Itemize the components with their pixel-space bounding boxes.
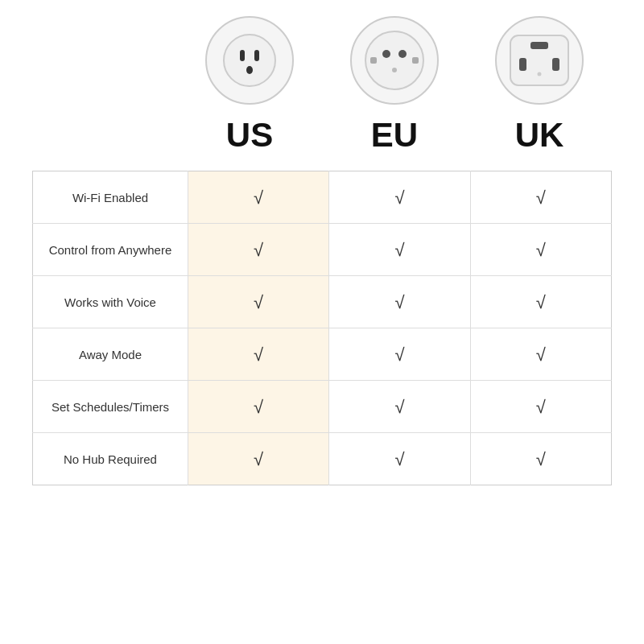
eu-check: √ (329, 433, 470, 485)
uk-plug-image (495, 16, 584, 105)
table-row: Control from Anywhere√√√ (33, 224, 612, 276)
checkmark-icon: √ (254, 292, 263, 312)
comparison-table: Wi-Fi Enabled√√√Control from Anywhere√√√… (32, 171, 612, 485)
uk-check: √ (470, 276, 611, 328)
us-label: US (226, 116, 273, 155)
checkmark-icon: √ (394, 345, 404, 365)
us-check: √ (188, 224, 328, 276)
svg-rect-1 (240, 50, 245, 61)
svg-rect-8 (412, 57, 419, 64)
feature-name: No Hub Required (33, 433, 188, 485)
us-check: √ (188, 433, 328, 485)
uk-plug-column: UK (467, 16, 612, 163)
eu-check: √ (329, 171, 470, 224)
us-check: √ (188, 171, 328, 224)
checkmark-icon: √ (536, 188, 546, 208)
checkmark-icon: √ (394, 240, 404, 260)
svg-rect-12 (519, 58, 526, 71)
us-plug-image (205, 16, 294, 105)
feature-name: Works with Voice (33, 276, 188, 328)
checkmark-icon: √ (254, 397, 263, 417)
uk-label: UK (515, 116, 564, 155)
feature-name: Set Schedules/Timers (33, 381, 188, 433)
svg-point-5 (382, 50, 390, 58)
feature-name: Control from Anywhere (33, 224, 188, 276)
eu-label: EU (371, 116, 418, 155)
svg-point-6 (398, 50, 407, 58)
checkmark-icon: √ (254, 345, 263, 365)
table-row: Set Schedules/Timers√√√ (33, 381, 612, 433)
checkmark-icon: √ (394, 188, 404, 208)
checkmark-icon: √ (536, 397, 546, 417)
feature-name: Wi-Fi Enabled (33, 171, 188, 224)
checkmark-icon: √ (254, 240, 263, 260)
svg-rect-2 (254, 50, 259, 61)
checkmark-icon: √ (394, 449, 404, 469)
uk-check: √ (470, 433, 611, 485)
svg-point-14 (538, 72, 542, 76)
svg-rect-11 (530, 42, 548, 49)
checkmark-icon: √ (536, 292, 546, 312)
uk-check: √ (470, 381, 611, 433)
checkmark-icon: √ (394, 292, 404, 312)
us-check: √ (188, 381, 328, 433)
checkmark-icon: √ (536, 345, 546, 365)
checkmark-icon: √ (536, 240, 546, 260)
eu-plug-column: EU (322, 16, 467, 163)
checkmark-icon: √ (254, 188, 263, 208)
table-row: Works with Voice√√√ (33, 276, 612, 328)
checkmark-icon: √ (394, 397, 404, 417)
eu-check: √ (329, 328, 470, 381)
table-row: Wi-Fi Enabled√√√ (33, 171, 612, 224)
us-plug-column: US (177, 16, 322, 163)
table-row: Away Mode√√√ (33, 328, 612, 381)
eu-check: √ (329, 224, 470, 276)
table-row: No Hub Required√√√ (33, 433, 612, 485)
svg-point-3 (246, 66, 253, 74)
us-check: √ (188, 328, 328, 381)
eu-check: √ (329, 276, 470, 328)
uk-check: √ (470, 224, 611, 276)
plug-header: US EU (32, 16, 612, 163)
svg-point-9 (392, 68, 397, 72)
us-check: √ (188, 276, 328, 328)
svg-rect-13 (552, 58, 559, 71)
feature-name: Away Mode (33, 328, 188, 381)
uk-check: √ (470, 171, 611, 224)
checkmark-icon: √ (536, 449, 546, 469)
svg-point-0 (224, 35, 275, 86)
uk-check: √ (470, 328, 611, 381)
eu-check: √ (329, 381, 470, 433)
svg-rect-7 (370, 57, 377, 64)
eu-plug-image (350, 16, 439, 105)
checkmark-icon: √ (254, 449, 263, 469)
